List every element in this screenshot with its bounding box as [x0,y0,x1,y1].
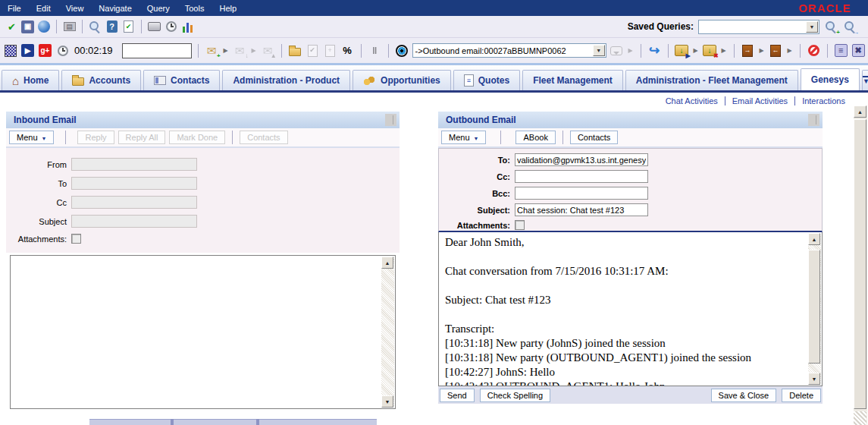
cc-label: Cc: [439,172,515,181]
partial-tab[interactable] [89,419,171,425]
link-email-activities[interactable]: Email Activities [732,96,788,105]
tab-accounts[interactable]: Accounts [61,70,141,90]
more-tabs-button[interactable]: ▼ [862,70,868,90]
toolbar-separator [641,44,641,58]
save-record-icon[interactable]: ▣ [21,20,34,33]
link-interactions[interactable]: Interactions [802,96,845,105]
subject-input[interactable] [515,203,648,216]
menu-edit[interactable]: Edit [29,4,58,13]
inbound-menu-button[interactable]: Menu▼ [9,131,54,144]
tab-genesys[interactable]: Genesys [801,68,860,90]
dither-icon [3,43,17,58]
menu-tools[interactable]: Tools [177,4,212,13]
outbound-contacts-button[interactable]: Contacts [570,131,618,144]
scroll-down-icon[interactable]: ▼ [808,373,820,385]
tab-fleet-management[interactable]: Fleet Management [522,70,623,90]
menu-query[interactable]: Query [139,4,177,13]
tab-contacts[interactable]: Contacts [143,70,220,90]
send-button[interactable]: Send [440,389,475,402]
scroll-up-icon[interactable]: ▲ [854,105,866,118]
active-work-item-icon[interactable] [395,43,409,58]
scrollbar-thumb[interactable] [808,250,820,364]
menu-navigate[interactable]: Navigate [91,4,139,13]
partial-tab[interactable] [259,419,377,425]
cc-input[interactable] [515,170,648,183]
scroll-down-icon[interactable]: ▼ [381,395,393,408]
inbound-body-box[interactable]: ▲ ▼ [10,255,396,409]
accept-work-menu-arrow[interactable]: ▶ [692,47,700,54]
delete-button[interactable]: Delete [782,389,821,402]
save-close-button[interactable]: Save & Close [711,389,777,402]
chevron-down-icon: ▼ [863,76,868,85]
bcc-input[interactable] [515,187,648,200]
saved-queries-dropdown-arrow[interactable]: ▼ [806,21,818,33]
scrollbar-corner [854,411,866,425]
saved-queries-label: Saved Queries: [628,21,694,32]
inbound-body-scrollbar[interactable]: ▲ ▼ [381,257,394,408]
menu-help[interactable]: Help [212,4,244,13]
login-icon[interactable]: → [741,43,755,58]
logout-icon[interactable]: ← [769,43,783,58]
logout-menu-arrow[interactable]: ▶ [786,47,794,54]
work-item-dropdown-arrow[interactable]: ▼ [593,45,605,56]
scrollbar-thumb[interactable] [854,119,866,409]
reject-work-menu-arrow[interactable]: ▶ [720,47,728,54]
work-item-combo[interactable]: ->Outbound email:00027aBBUMNP0062 ▼ [412,43,606,58]
menu-file[interactable]: File [0,4,29,13]
media-play-icon[interactable]: ▶ [20,43,35,58]
accept-work-icon[interactable]: ↓▶ [675,43,689,58]
communication-toolbar: ▶ g+ 00:02:19 ✉+ ▶ ✉↓ ▶ ✉▲ ✔ + % ‖ ->Out… [0,38,868,65]
toolbar-separator [82,20,83,33]
page-scrollbar[interactable]: ▲ [854,105,867,425]
reports-icon[interactable] [180,20,195,34]
outbound-body-scrollbar[interactable]: ▲ ▼ [808,233,821,385]
transfer-icon[interactable]: % [340,43,355,58]
reply-button[interactable]: Reply [77,131,114,144]
login-menu-arrow[interactable]: ▶ [758,47,766,54]
outbound-body-box[interactable]: Dear John Smith, Chat conversation from … [438,232,823,386]
query-icon[interactable] [88,20,102,34]
print-icon[interactable] [147,20,161,34]
query-new-icon[interactable]: + [824,20,838,34]
partial-tab[interactable] [174,419,256,425]
check-spelling-button[interactable]: Check Spelling [480,389,550,402]
sitemap-icon[interactable]: ▤ [62,20,77,34]
tab-administration-fleet-management[interactable]: Administration - Fleet Management [625,70,798,90]
scroll-up-icon[interactable]: ▲ [808,233,820,245]
subject-label: Subject [6,217,71,226]
saved-queries-combo[interactable]: ▼ [698,20,819,34]
reply-all-button[interactable]: Reply All [118,131,166,144]
history-icon[interactable] [164,20,178,34]
menu-view[interactable]: View [58,4,92,13]
abook-button[interactable]: ABook [515,131,555,144]
tab-opportunities[interactable]: Opportunities [353,70,451,90]
help-icon[interactable]: ? [105,20,119,34]
not-ready-icon[interactable] [807,43,821,58]
outbound-menu-button[interactable]: Menu▼ [441,131,486,144]
mark-done-button[interactable]: Mark Done [169,131,225,144]
forward-icon[interactable]: ↪ [647,43,662,58]
chat-close-icon[interactable]: ✖ [851,43,866,58]
scroll-up-icon[interactable]: ▲ [381,257,393,269]
tab-quotes[interactable]: ≡Quotes [453,70,520,90]
comm-input[interactable] [122,43,192,58]
panel-endcap [808,114,819,126]
folder-work-icon[interactable] [288,43,302,58]
tab-administration-product[interactable]: Administration - Product [222,70,350,90]
reject-work-icon[interactable]: ↓✖ [703,43,717,58]
tab-home[interactable]: ⌂Home [2,70,59,90]
tasks-icon[interactable]: ✔ [121,20,136,34]
chat-session-icon[interactable]: ≡ [834,43,848,58]
attachments-checkbox[interactable] [515,220,525,230]
inbound-contacts-button[interactable]: Contacts [240,131,287,144]
new-record-icon[interactable]: ✔ [5,20,19,34]
query-go-icon[interactable]: → [843,20,857,34]
globe-icon[interactable] [36,20,51,34]
to-input[interactable] [515,153,648,166]
initiate-email-menu-arrow[interactable]: ▶ [222,47,230,54]
bottom-partial-tabs [89,419,377,425]
initiate-email-icon[interactable]: ✉+ [205,43,219,58]
link-chat-activities[interactable]: Chat Activities [666,96,718,105]
gplus-icon[interactable]: g+ [38,43,52,58]
inbound-form: From To Cc Subject Attachments: [6,148,400,253]
